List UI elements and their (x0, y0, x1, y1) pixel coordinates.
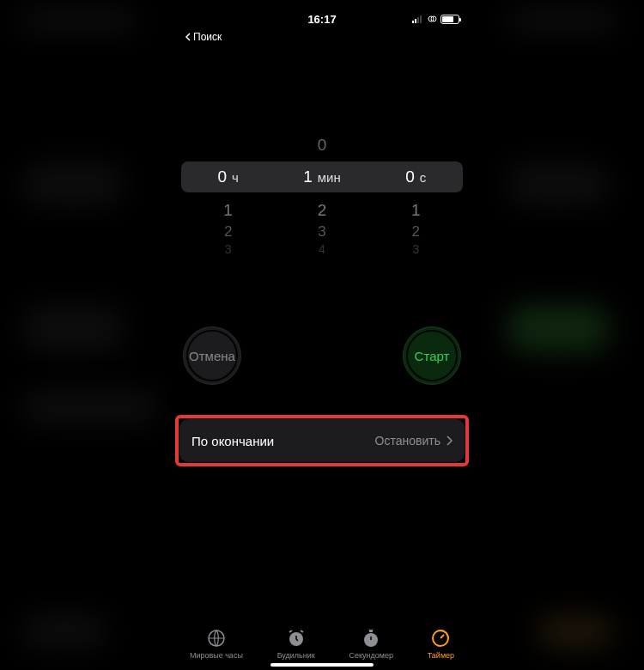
hours-value: 0 (217, 168, 227, 186)
when-timer-ends-row[interactable]: По окончании Остановить (179, 419, 465, 462)
tab-alarm[interactable]: Будильник (277, 628, 315, 660)
stopwatch-icon (361, 628, 381, 649)
alarm-icon (286, 628, 307, 649)
setting-value: Остановить (375, 434, 440, 448)
timer-icon (430, 628, 451, 649)
link-icon (425, 15, 437, 23)
svg-rect-3 (369, 630, 373, 632)
cancel-button[interactable]: Отмена (183, 326, 241, 385)
picker-m-below1: 2 (296, 201, 348, 220)
status-indicators (412, 15, 459, 24)
tab-alarm-label: Будильник (277, 651, 315, 660)
picker-m-below3: 4 (296, 242, 348, 256)
clock-app-screen: 16:17 Поиск 0 0 ч 1 мин 0 с 1 (169, 0, 475, 670)
signal-icon (412, 15, 422, 23)
status-time: 16:17 (307, 13, 336, 26)
picker-s-below1: 1 (390, 201, 441, 220)
setting-label: По окончании (191, 434, 274, 448)
seconds-column[interactable]: 0 с (377, 168, 454, 186)
minutes-unit: мин (318, 170, 341, 185)
chevron-right-icon (446, 436, 453, 446)
start-label: Старт (415, 349, 450, 363)
minutes-value: 1 (303, 168, 313, 186)
battery-icon (440, 15, 459, 24)
start-button[interactable]: Старт (403, 326, 461, 385)
minutes-column[interactable]: 1 мин (283, 168, 361, 186)
time-picker[interactable]: 0 0 ч 1 мин 0 с 1 2 1 2 3 2 3 (169, 137, 475, 258)
picker-h-below2: 2 (203, 223, 254, 241)
tab-timer[interactable]: Таймер (428, 628, 454, 660)
back-label: Поиск (193, 31, 222, 43)
tab-world-clock[interactable]: Мировые часы (190, 628, 243, 660)
picker-h-below3: 3 (203, 242, 254, 256)
seconds-unit: с (420, 170, 427, 185)
picker-s-below3: 3 (390, 242, 441, 256)
home-indicator[interactable] (270, 663, 374, 667)
picker-s-below2: 2 (390, 223, 441, 241)
picker-h-below1: 1 (203, 201, 254, 220)
picker-m-below2: 3 (296, 223, 348, 241)
hours-unit: ч (232, 170, 239, 185)
tab-stopwatch[interactable]: Секундомер (349, 628, 393, 660)
tab-stopwatch-label: Секундомер (349, 651, 393, 660)
cancel-label: Отмена (189, 349, 235, 363)
globe-icon (206, 628, 227, 649)
status-bar: 16:17 (169, 9, 475, 29)
tab-bar: Мировые часы Будильник Секундомер Таймер (169, 623, 475, 660)
picker-selected-row: 0 ч 1 мин 0 с (181, 161, 463, 192)
back-to-search[interactable]: Поиск (169, 29, 475, 43)
picker-min-above: 0 (296, 136, 348, 155)
tab-timer-label: Таймер (428, 651, 454, 660)
seconds-value: 0 (405, 168, 415, 186)
hours-column[interactable]: 0 ч (190, 168, 267, 186)
tab-world-clock-label: Мировые часы (190, 651, 243, 660)
back-chevron-icon (185, 33, 191, 41)
